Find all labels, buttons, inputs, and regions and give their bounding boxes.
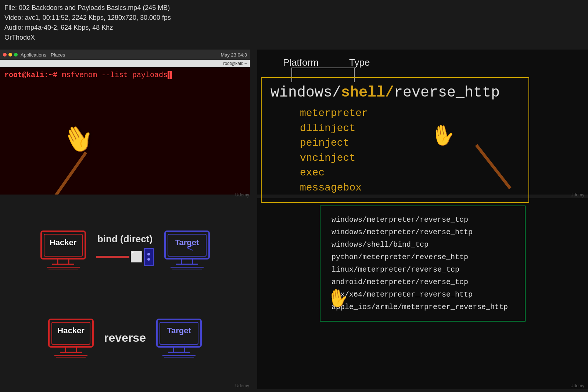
dot-2 [147, 258, 150, 261]
udemy-watermark-bottom-left: Udemy [235, 383, 249, 388]
hand-cursor-right: ✋ [429, 121, 458, 149]
udemy-watermark-left: Udemy [235, 192, 249, 197]
bind-row: Hacker bind (direct) ⬜ [4, 228, 246, 272]
terminal-menu: Applications Places [21, 52, 65, 58]
payload-main-text: windows/shell/reverse_http [270, 84, 520, 101]
payload-box: windows/shell/reverse_http meterpreter d… [261, 77, 529, 203]
type-meterpreter: meterpreter [300, 106, 520, 121]
label-type: Type [349, 57, 370, 68]
terminal-titlebar: root@kali: ~ [0, 60, 250, 67]
hacker-monitor-svg-2 [45, 316, 97, 360]
payload-item-2: windows/shell/bind_tcp [331, 239, 514, 251]
payload-item-5: android/meterpreter/reverse_tcp [331, 276, 514, 288]
target-label-bind: Target [161, 238, 213, 247]
terminal-body: root@kali:~# msfvenom --list payloads| [0, 67, 250, 195]
window-dots [3, 53, 18, 57]
udemy-watermark-right-top: Udemy [570, 192, 584, 197]
hacker-label-bind: Hacker [37, 238, 89, 247]
bind-line-bar [96, 256, 129, 258]
hacker-monitor-svg [37, 228, 89, 272]
payload-item-4: linux/meterpreter/reverse_tcp [331, 264, 514, 276]
bind-label: bind (direct) [97, 233, 153, 245]
type-exec: exec [300, 166, 520, 181]
terminal-command: msfvenom --list payloads [62, 71, 168, 79]
terminal-menubar: Applications Places May 23 04:3 [0, 50, 250, 60]
target-computer-reverse: Target [153, 316, 205, 360]
audio-info: Audio: mp4a-40-2, 624 Kbps, 48 Khz [4, 23, 584, 33]
bind-connection: bind (direct) ⬜ [96, 233, 154, 266]
payload-windows: windows/ [270, 84, 341, 101]
payload-item-6: osx/x64/meterpreter_reverse_http [331, 288, 514, 301]
author-info: OrThodoX [4, 33, 584, 43]
info-bar: File: 002 Backdoors and Payloads Basics.… [0, 0, 588, 46]
payload-list-box: windows/meterpreter/reverse_tcp windows/… [320, 206, 526, 322]
target-monitor-svg-2 [153, 316, 205, 360]
type-messagebox: messagebox [300, 181, 520, 196]
type-peinject: peinject [300, 136, 520, 151]
target-computer-bind: Target [161, 228, 213, 272]
target-label-reverse: Target [153, 326, 205, 335]
payload-item-7: apple_ios/armle/meterpreter_reverse_http [331, 301, 514, 313]
video-info: Video: avc1, 00:11:52, 2242 Kbps, 1280x7… [4, 13, 584, 23]
hacker-label-reverse: Hacker [45, 326, 97, 335]
terminal-prompt: root@kali:~# [4, 71, 62, 79]
hacker-computer-bind: Hacker [37, 228, 89, 272]
reverse-label: reverse [104, 331, 146, 345]
payload-item-1: windows/meterpreter/reverse_http [331, 226, 514, 239]
menu-places[interactable]: Places [51, 52, 65, 58]
hand-cursor-bottom: ✋ [326, 286, 351, 310]
terminal-title: root@kali: ~ [223, 61, 247, 66]
dot-yellow [8, 53, 12, 57]
menu-applications[interactable]: Applications [21, 52, 46, 58]
payload-item-3: python/meterpreter/reverse_http [331, 251, 514, 264]
svg-line-15 [187, 248, 193, 250]
dot-1 [147, 253, 150, 255]
hacker-computer-reverse: Hacker [45, 316, 97, 360]
type-dllinject: dllinject [300, 121, 520, 136]
header-hline [291, 68, 354, 68]
payload-item-0: windows/meterpreter/reverse_tcp [331, 214, 514, 226]
bind-line: ⬜ [96, 248, 154, 266]
udemy-watermark-bottom-right: Udemy [570, 383, 584, 388]
dot-green [14, 53, 18, 57]
dot-red [3, 53, 7, 57]
file-info: File: 002 Backdoors and Payloads Basics.… [4, 3, 584, 13]
network-diagram-panel: Hacker bind (direct) ⬜ [0, 198, 250, 389]
terminal-panel: Applications Places May 23 04:3 root@kal… [0, 50, 250, 195]
connector-dots [144, 248, 154, 266]
payload-reverse-http: reverse_http [394, 84, 500, 101]
plug-icon: ⬜ [130, 251, 143, 263]
reverse-row: Hacker reverse Target [4, 316, 246, 360]
payload-list-panel: windows/meterpreter/reverse_tcp windows/… [257, 198, 588, 389]
payload-shell: shell/ [341, 84, 394, 101]
terminal-date: May 23 04:3 [220, 52, 247, 58]
target-monitor-svg [161, 228, 213, 272]
label-platform: Platform [283, 57, 319, 68]
